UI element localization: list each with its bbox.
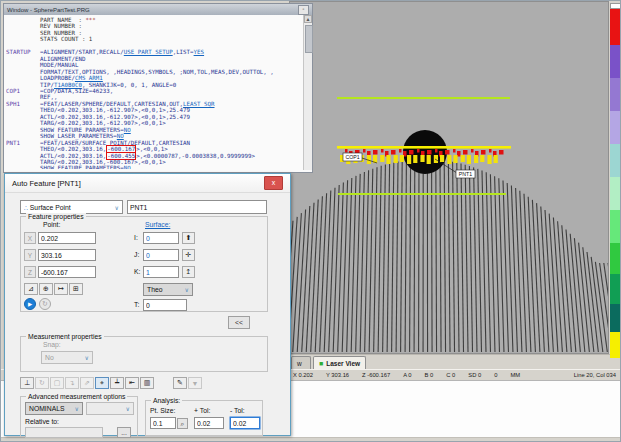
measurement-toolbar-extra: ✎▼ [173,377,203,389]
laser-scan-canvas[interactable]: COP1PNT1 [290,2,608,353]
laser-view-icon: ■ [319,361,323,367]
target-point-icon[interactable]: ⌖ [95,377,109,389]
find-nominals-icon[interactable]: ⊕ [39,283,53,295]
j-label: J: [134,251,139,258]
chevron-down-icon: ∨ [126,405,130,412]
feature-properties-group: Feature properties Point: Surface: X Y Z… [20,216,268,312]
tab-partial-view[interactable]: w [291,356,311,370]
collapse-button[interactable]: << [228,316,250,329]
y-axis-button[interactable]: Y [24,249,36,261]
colorbar-segment [610,304,621,332]
edge-offset-icon[interactable]: ⇤ [125,377,139,389]
align-workplane-icon[interactable]: ✛ [182,249,195,261]
pt-size-zoom-icon[interactable]: ⌕ [177,418,188,429]
filter-icon[interactable]: ▼ [188,377,202,389]
editor-code[interactable]: PART NAME : *** REV NUMBER : SER NUMBER … [6,17,298,169]
plus-tol-input[interactable] [194,417,224,429]
pt-size-input[interactable] [150,417,176,429]
pt-size-label: Pt. Size: [150,407,175,414]
edit-window-titlebar[interactable]: Window - SpherePartTest.PRG ▫ [4,4,312,15]
t-input[interactable] [143,299,187,311]
measure-order-icon[interactable]: ⊿ [24,283,38,295]
point-toolbar: ⊿⊕↦⊞ [24,283,84,295]
status-item: Z -600.167 [362,372,390,378]
group-caption: Measurement properties [26,333,104,340]
analysis-label: Analysis: [151,397,182,404]
x-axis-button[interactable]: X [24,232,36,244]
editor-scrollbar[interactable]: ▲ [303,15,312,170]
point-y-input[interactable] [38,249,96,261]
surface-k-input[interactable] [143,266,179,278]
status-item: MM [510,372,520,378]
measurement-toolbar: ⊥↻▢↴⇗⌖┷⇤▥ [20,377,155,389]
minus-tol-label: - Tol: [230,407,245,414]
scan-path-icon[interactable]: ✎ [173,377,187,389]
tab-label: w [297,360,302,367]
minus-tol-input[interactable] [230,417,260,429]
status-item: X 0.202 [293,372,313,378]
dialog-titlebar[interactable]: Auto Feature [PNT1] x [5,174,290,193]
remeasure-icon[interactable]: ↻ [35,377,49,389]
colorbar-segment [610,274,621,304]
close-icon[interactable]: x [264,176,283,190]
relative-to-input [25,427,103,438]
point-z-input[interactable] [38,266,96,278]
nominals-select[interactable]: NOMINALS ∨ [25,402,83,415]
point-distance-icon[interactable]: ↦ [54,283,68,295]
sample-hits-icon[interactable]: ▥ [140,377,154,389]
vector-probe-icon[interactable]: ⬆ [182,232,195,244]
regenerate-icon[interactable]: ↻ [39,298,51,310]
colorbar-segment [610,45,621,78]
surface-j-input[interactable] [143,249,179,261]
status-item: Y 303.16 [326,372,349,378]
chevron-down-icon: ∨ [115,204,119,211]
colorbar-segment [610,9,621,45]
nominals-value: NOMINALS [29,405,65,412]
cop1-label: COP1 [345,154,359,160]
approach-vector-icon[interactable]: ⇗ [80,377,94,389]
theo-value: Theo [147,286,163,293]
play-icon[interactable]: ▶ [24,298,36,310]
app-window: COP1PNT1 w ■ Laser View X 0.202Y 303.16Z… [0,0,621,442]
status-item: Line 20, Col 034 [574,372,616,378]
pnt1-label: PNT1 [459,171,472,177]
group-caption: Advanced measurement options [26,393,127,400]
theo-select[interactable]: Theo ∨ [143,283,193,296]
status-item: B 0 [425,372,434,378]
point-cloud-stripes [290,159,608,352]
analysis-group: Analysis: Pt. Size: + Tol: - Tol: ⌕ [145,400,263,436]
chevron-down-icon: ∨ [185,286,189,293]
probe-hit-icon[interactable]: ⊥ [20,377,34,389]
relative-to-label: Relative to: [25,418,59,425]
t-label: T: [134,301,139,308]
laser-view-panel[interactable]: COP1PNT1 [289,1,609,354]
nominal-scan-line [337,146,511,149]
path-return-icon[interactable]: ↴ [65,377,79,389]
feature-name-input[interactable] [127,200,267,214]
colorbar-segment [610,243,621,274]
window-menu-icon[interactable]: ▫ [298,5,309,15]
snap-select: No ∨ [41,351,93,364]
flip-vector-icon[interactable]: ↥ [182,266,195,278]
surface-depth-icon[interactable]: ┷ [110,377,124,389]
colorbar-segment [610,177,621,210]
surface-point-icon: ∴ [24,204,28,211]
status-item: 0 [494,372,497,378]
browse-button[interactable]: ... [117,427,131,438]
scan-line-lower [338,193,506,195]
surface-i-input[interactable] [143,232,179,244]
grid-snap-icon[interactable]: ⊞ [69,283,83,295]
auto-feature-dialog: Auto Feature [PNT1] x ∴ Surface Point ∨ … [4,173,291,436]
point-x-input[interactable] [38,232,96,244]
tab-laser-view[interactable]: ■ Laser View [313,356,366,370]
colorbar-segment [610,144,621,177]
advanced-options-group: Advanced measurement options NOMINALS ∨ … [20,396,138,436]
scroll-up-icon[interactable]: ▲ [304,15,312,23]
scan-region-icon[interactable]: ▢ [50,377,64,389]
surface-label[interactable]: Surface: [145,221,170,228]
scrollbar-thumb[interactable] [305,25,313,53]
z-axis-button[interactable]: Z [24,266,36,278]
status-item: C 0 [446,372,455,378]
edit-window[interactable]: Window - SpherePartTest.PRG ▫ PART NAME … [3,3,313,173]
edit-window-title: Window - SpherePartTest.PRG [7,7,90,13]
